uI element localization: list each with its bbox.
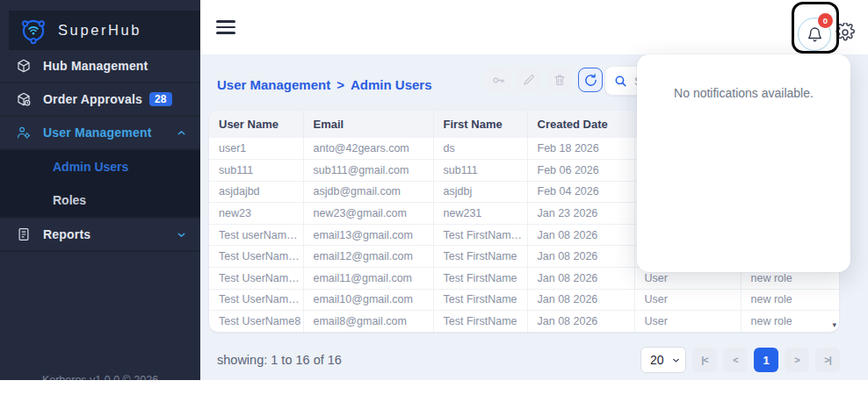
- notifications-popover: No notifications available.: [637, 54, 850, 272]
- breadcrumb: User Management>Admin Users: [217, 77, 432, 92]
- cell-created-date: Jan 08 2026: [527, 311, 634, 332]
- cell-user-name: Test UserName8: [209, 311, 303, 332]
- sidebar-item-label: Reports: [43, 227, 90, 241]
- cell-created-date: Feb 06 2026: [527, 160, 634, 182]
- refresh-button[interactable]: [578, 68, 603, 92]
- cell-first-name: ds: [433, 138, 527, 160]
- cell-user-name: Test userName13: [209, 224, 303, 246]
- previous-page-button[interactable]: <: [723, 348, 748, 372]
- cell-role: new role: [741, 289, 839, 311]
- bell-icon: [807, 26, 823, 43]
- cell-email: email10@gmail.com: [303, 289, 433, 311]
- page-size-value: 20: [650, 353, 664, 367]
- cell-email: asjdb@gmail.com: [303, 181, 433, 203]
- order-approvals-count-badge: 28: [149, 92, 172, 106]
- cell-first-name: Test FirstName: [433, 268, 527, 290]
- cell-user-name: new23: [209, 203, 303, 225]
- cell-user-name: sub111: [209, 160, 303, 182]
- hamburger-menu-icon[interactable]: [216, 20, 237, 38]
- no-notifications-message: No notifications available.: [637, 86, 850, 100]
- page-size-select[interactable]: 20: [640, 347, 686, 373]
- key-icon: [491, 73, 506, 88]
- sidebar-subitem-admin-users[interactable]: Admin Users: [0, 150, 200, 183]
- column-header-email[interactable]: Email: [303, 111, 433, 138]
- breadcrumb-separator: >: [336, 77, 344, 92]
- cell-user-name: Test UserName11: [209, 268, 303, 290]
- cell-first-name: sub111: [433, 160, 527, 182]
- app-window: SuperHub Hub Management: [0, 0, 868, 380]
- superhub-logo-icon: [19, 17, 47, 45]
- settings-gear-icon[interactable]: [835, 23, 857, 44]
- subitem-label: Roles: [53, 193, 86, 207]
- cell-first-name: Test FirstNamelas…: [433, 224, 527, 246]
- cell-email: anto@42gears.com: [303, 138, 433, 160]
- cell-first-name: asjdbj: [433, 181, 527, 203]
- cell-user-name: Test UserName10: [209, 289, 303, 311]
- table-row[interactable]: Test UserName10 email10@gmail.com Test F…: [209, 289, 839, 311]
- select-chevron-down-icon: [671, 356, 681, 365]
- cell-first-name: new231: [433, 203, 527, 225]
- cell-email: new23@gmail.com: [303, 203, 433, 225]
- pagination: 20 |< < 1 > >|: [640, 347, 840, 373]
- sidebar-item-label: Order Approvals: [43, 92, 142, 106]
- table-row[interactable]: Test UserName8 email8@gmail.com Test Fir…: [209, 311, 839, 332]
- next-page-button[interactable]: >: [785, 348, 809, 372]
- sidebar-item-label: User Management: [43, 126, 152, 140]
- notification-count-badge: 0: [818, 13, 833, 28]
- cell-email: email11@gmail.com: [303, 268, 433, 290]
- cell-created-date: Jan 08 2026: [527, 268, 634, 290]
- reset-password-button[interactable]: [486, 68, 510, 92]
- sidebar-item-label: Hub Management: [43, 59, 148, 73]
- cell-user-type: User: [634, 311, 741, 332]
- pencil-icon: [522, 73, 536, 87]
- table-scrollbar-down-arrow[interactable]: ▾: [832, 320, 836, 329]
- showing-count-label: showing: 1 to 16 of 16: [217, 353, 342, 367]
- order-box-icon: [16, 91, 32, 107]
- edit-button[interactable]: [517, 68, 541, 92]
- sidebar: SuperHub Hub Management: [0, 0, 200, 380]
- column-header-first-name[interactable]: First Name: [433, 111, 527, 138]
- cell-created-date: Feb 04 2026: [527, 181, 634, 203]
- first-page-button[interactable]: |<: [692, 348, 717, 372]
- cell-user-name: asjdajbd: [209, 181, 303, 203]
- sidebar-item-reports[interactable]: Reports: [0, 219, 200, 252]
- last-page-button[interactable]: >|: [815, 348, 840, 372]
- cell-created-date: Feb 18 2026: [527, 138, 634, 160]
- app-version-label: Kerberos v1.0.0 © 2026: [0, 374, 200, 380]
- table-toolbar: [486, 68, 603, 92]
- cell-email: email12@gmail.com: [303, 246, 433, 268]
- sidebar-item-order-approvals[interactable]: Order Approvals 28: [0, 83, 200, 117]
- cell-email: sub111@gmail.com: [303, 160, 433, 182]
- trash-icon: [553, 73, 567, 87]
- sidebar-menu: Hub Management Order Approvals 28: [0, 50, 200, 252]
- cell-first-name: Test FirstName: [433, 311, 527, 332]
- table-footer: showing: 1 to 16 of 16 20 |< < 1 >: [217, 344, 840, 376]
- breadcrumb-current[interactable]: Admin Users: [351, 77, 432, 92]
- cell-created-date: Jan 08 2026: [527, 246, 634, 268]
- brand-name: SuperHub: [58, 22, 141, 39]
- cell-user-name: user1: [209, 138, 303, 160]
- cell-created-date: Jan 23 2026: [527, 203, 634, 225]
- chevron-up-icon: [176, 127, 187, 139]
- brand-header: SuperHub: [9, 11, 200, 50]
- column-header-created-date[interactable]: Created Date: [527, 111, 634, 138]
- subitem-label: Admin Users: [53, 160, 128, 174]
- cell-user-name: Test UserName12: [209, 246, 303, 268]
- cell-email: email13@gmail.com: [303, 224, 433, 246]
- sidebar-item-user-management[interactable]: User Management: [0, 117, 200, 150]
- user-management-submenu: Admin Users Roles: [0, 150, 200, 219]
- search-icon: [613, 74, 628, 89]
- cube-icon: [16, 58, 32, 74]
- breadcrumb-parent[interactable]: User Management: [217, 77, 330, 92]
- sidebar-item-hub-management[interactable]: Hub Management: [0, 50, 200, 83]
- cell-created-date: Jan 08 2026: [527, 289, 634, 311]
- sidebar-subitem-roles[interactable]: Roles: [0, 183, 200, 217]
- report-document-icon: [16, 226, 32, 242]
- cell-first-name: Test FirstName: [433, 289, 527, 311]
- current-page-button[interactable]: 1: [754, 348, 778, 372]
- delete-button[interactable]: [547, 68, 572, 92]
- column-header-user-name[interactable]: User Name: [209, 111, 303, 138]
- cell-created-date: Jan 08 2026: [527, 224, 634, 246]
- cell-first-name: Test FirstName: [433, 246, 527, 268]
- topbar: 0: [200, 0, 868, 54]
